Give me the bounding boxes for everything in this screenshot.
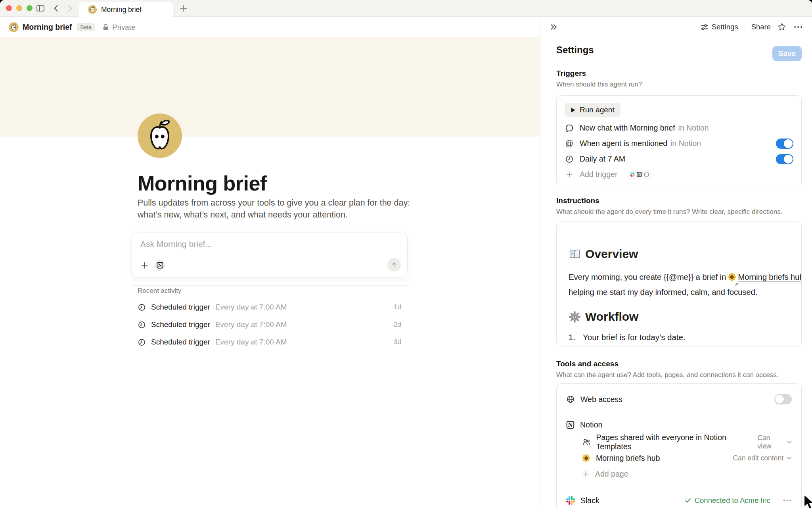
settings-panel: Settings Share Settings Save Triggers Wh… xyxy=(540,17,812,508)
recent-activity-heading: Recent activity xyxy=(138,287,401,295)
recent-activity: Recent activity Scheduled trigger Every … xyxy=(138,287,401,351)
slack-connection-status: Connected to Acme Inc xyxy=(685,496,770,505)
notion-page-row[interactable]: Pages shared with everyone in Notion Tem… xyxy=(557,434,801,450)
main-content: Morning brief Pulls updates from across … xyxy=(0,37,540,508)
activity-row[interactable]: Scheduled trigger Every day at 7:00 AM 3… xyxy=(138,333,401,351)
activity-age: 3d xyxy=(394,338,401,346)
close-window-button[interactable] xyxy=(6,5,12,11)
slack-icon xyxy=(566,496,575,505)
ask-agent-composer[interactable] xyxy=(132,233,408,277)
activity-age: 1d xyxy=(394,303,401,311)
instructions-editor[interactable]: Overview Every morning, you create {{@me… xyxy=(556,221,802,346)
zoom-window-button[interactable] xyxy=(27,5,33,11)
open-book-icon xyxy=(569,248,581,260)
more-options-icon[interactable] xyxy=(782,496,792,505)
sunflower-icon xyxy=(728,273,736,281)
panel-header: Settings Share xyxy=(540,17,812,37)
notion-page-row[interactable]: Morning briefs hub Can edit content xyxy=(557,450,801,466)
plus-icon xyxy=(582,470,590,478)
share-button[interactable]: Share xyxy=(751,23,771,31)
page-mention[interactable]: ↗ xyxy=(728,272,736,285)
slack-tool-row[interactable]: Slack Connected to Acme Inc xyxy=(557,486,801,508)
star-icon[interactable] xyxy=(777,22,787,32)
chevron-down-icon xyxy=(787,441,792,444)
arrow-up-icon xyxy=(391,261,398,268)
trigger-source-icons xyxy=(628,170,651,179)
divider xyxy=(132,285,408,286)
tab-morning-brief[interactable]: Morning brief xyxy=(79,2,173,17)
page-cover-banner xyxy=(0,37,540,137)
send-button[interactable] xyxy=(387,258,401,271)
mouse-cursor xyxy=(802,494,812,508)
notion-icon xyxy=(566,421,575,429)
back-icon[interactable] xyxy=(52,4,61,13)
add-page-button[interactable]: Add page xyxy=(557,466,801,482)
play-icon xyxy=(571,107,576,113)
page-link[interactable]: Morning briefs hub xyxy=(738,272,802,281)
overview-paragraph-line2: helping me start my day informed, calm, … xyxy=(569,285,789,299)
trigger-row-mentioned[interactable]: @ When agent is mentioned in Notion xyxy=(565,136,793,151)
collapse-panel-icon[interactable] xyxy=(549,22,559,32)
plus-icon xyxy=(566,171,573,178)
divider xyxy=(745,23,745,31)
triggers-subheading: When should this agent run? xyxy=(556,81,642,89)
doc-header: Morning brief Beta Private xyxy=(0,17,540,37)
notion-icon xyxy=(637,172,642,177)
activity-row[interactable]: Scheduled trigger Every day at 7:00 AM 2… xyxy=(138,316,401,333)
run-agent-button[interactable]: Run agent xyxy=(565,103,620,117)
permission-dropdown[interactable]: Can view xyxy=(757,434,792,450)
notion-context-chip[interactable] xyxy=(154,260,165,271)
trigger-row-daily[interactable]: Daily at 7 AM xyxy=(565,151,793,167)
calendar-icon xyxy=(644,172,649,177)
daily-trigger-toggle[interactable] xyxy=(776,154,793,164)
slack-icon xyxy=(630,172,635,177)
minimize-window-button[interactable] xyxy=(16,5,22,11)
agent-avatar[interactable] xyxy=(138,114,182,158)
attach-plus-icon[interactable] xyxy=(140,261,149,269)
clock-icon xyxy=(138,321,146,329)
overview-paragraph: Every morning, you create {{@me}} a brie… xyxy=(569,270,789,285)
add-trigger-button[interactable]: Add trigger xyxy=(565,167,793,182)
instructions-heading: Instructions xyxy=(556,196,599,205)
privacy-control[interactable]: Private xyxy=(102,23,135,32)
settings-tab-button[interactable]: Settings xyxy=(700,23,738,31)
activity-row[interactable]: Scheduled trigger Every day at 7:00 AM 1… xyxy=(138,298,401,316)
notion-icon xyxy=(157,262,163,269)
clock-icon xyxy=(138,303,146,312)
lock-icon xyxy=(102,23,109,31)
chevron-down-icon xyxy=(787,456,792,460)
sidebar-toggle-icon[interactable] xyxy=(36,4,45,13)
people-icon xyxy=(582,438,590,447)
breadcrumb-page-title[interactable]: Morning brief xyxy=(23,23,72,32)
new-tab-button[interactable] xyxy=(179,4,188,13)
more-options-icon[interactable] xyxy=(793,22,803,32)
chat-bubble-icon xyxy=(565,124,574,133)
beta-badge: Beta xyxy=(77,23,95,31)
page-title: Morning brief xyxy=(138,171,267,195)
trigger-row-new-chat[interactable]: New chat with Morning brief in Notion xyxy=(565,120,793,136)
save-button[interactable]: Save xyxy=(772,46,802,61)
tab-title: Morning brief xyxy=(101,6,142,14)
globe-icon xyxy=(566,395,575,404)
web-access-toggle[interactable] xyxy=(774,394,792,404)
gear-icon xyxy=(569,311,581,323)
permission-dropdown[interactable]: Can edit content xyxy=(733,454,792,462)
forward-icon[interactable] xyxy=(65,4,75,13)
notion-tool-row[interactable]: Notion xyxy=(557,415,801,434)
mention-trigger-toggle[interactable] xyxy=(776,139,793,149)
tools-card: Web access Notion Pages shared with ever… xyxy=(556,383,802,508)
at-sign-icon: @ xyxy=(565,139,574,148)
workflow-steps: 1.Your brief is for today’s date. 2.Sear… xyxy=(569,331,789,346)
workflow-section-heading: Workflow xyxy=(569,309,789,324)
triggers-heading: Triggers xyxy=(556,69,586,78)
sliders-icon xyxy=(700,23,709,31)
apple-avatar-icon xyxy=(88,5,97,14)
app-window: Morning brief Morning brief Beta Private… xyxy=(0,0,812,508)
tools-subheading: What can the agent use? Add tools, pages… xyxy=(556,371,778,379)
apple-avatar-icon xyxy=(9,22,19,32)
window-controls[interactable] xyxy=(6,5,33,11)
check-icon xyxy=(685,498,691,503)
ask-agent-input[interactable] xyxy=(140,239,378,249)
web-access-row[interactable]: Web access xyxy=(557,388,801,411)
activity-age: 2d xyxy=(394,321,401,329)
